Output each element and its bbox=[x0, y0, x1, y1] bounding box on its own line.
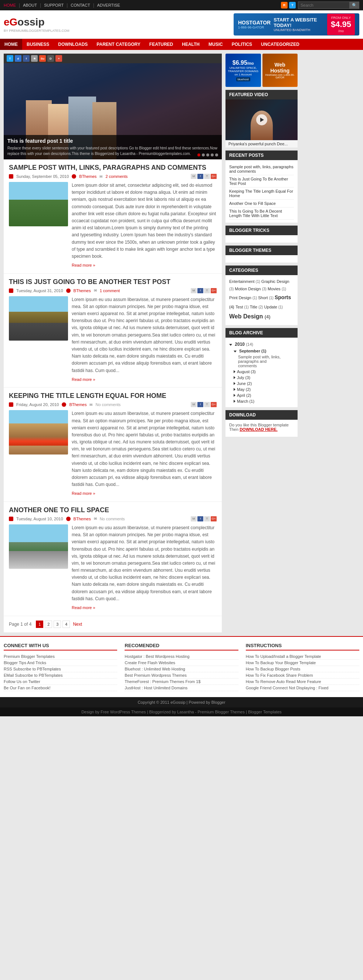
post-4-share-fb[interactable]: f bbox=[197, 516, 203, 522]
page-2[interactable]: 2 bbox=[45, 620, 52, 628]
post-1-read-more[interactable]: Read more » bbox=[72, 262, 217, 269]
topnav-home[interactable]: HOME bbox=[4, 3, 16, 7]
recent-post-link-1[interactable]: This is Just Going To Be Another Test Po… bbox=[229, 177, 288, 186]
footer-instr-3[interactable]: How To Backup Blogger Posts bbox=[246, 666, 359, 672]
footer-rec-6[interactable]: JustHost : Host Unlimited Domains bbox=[125, 685, 238, 691]
post-2-author[interactable]: BThemes bbox=[74, 288, 91, 293]
nav-downloads[interactable]: DOWNLOADS bbox=[54, 39, 92, 50]
rss-icon[interactable]: R bbox=[281, 2, 288, 8]
search-button[interactable]: 🔍 bbox=[350, 2, 359, 9]
post-2-comments[interactable]: 1 comment bbox=[100, 288, 120, 293]
slider-dot-4[interactable] bbox=[211, 153, 214, 156]
share-googleplus[interactable]: + bbox=[55, 55, 62, 62]
share-twitter[interactable]: T bbox=[7, 55, 13, 62]
post-1-share-tw[interactable]: T bbox=[204, 174, 210, 179]
post-2-share-m[interactable]: M bbox=[191, 288, 197, 293]
footer-rec-1[interactable]: Hostgator : Best Wordpress Hosting bbox=[125, 654, 238, 660]
footer-instr-4[interactable]: How To Fix Facebook Share Problem bbox=[246, 672, 359, 679]
nav-politics[interactable]: POLITICS bbox=[227, 39, 257, 50]
slider-dot-2[interactable] bbox=[202, 153, 205, 156]
post-3-share-gp[interactable]: G+ bbox=[211, 402, 217, 407]
post-1-share-email[interactable]: M bbox=[191, 174, 197, 179]
slider-dot-5[interactable] bbox=[215, 153, 218, 156]
page-1[interactable]: 1 bbox=[36, 620, 43, 628]
post-1-share-gp[interactable]: G+ bbox=[211, 174, 217, 179]
nav-home[interactable]: HOME bbox=[0, 39, 22, 50]
twitter-icon[interactable]: T bbox=[289, 2, 296, 8]
post-1-comments[interactable]: 2 comments bbox=[105, 174, 128, 179]
topnav-about[interactable]: ABOUT bbox=[23, 3, 37, 7]
nav-featured[interactable]: FEATURED bbox=[145, 39, 178, 50]
archive-june[interactable]: June (2) bbox=[229, 380, 294, 387]
footer-rec-3[interactable]: Bluehost : Unlimited Web Hosting bbox=[125, 666, 238, 672]
topnav-contact[interactable]: CONTACT bbox=[71, 3, 90, 7]
footer-connect-5[interactable]: Follow Us on Twitter bbox=[4, 679, 117, 685]
share-digg[interactable]: D bbox=[47, 55, 54, 62]
share-facebook[interactable]: f bbox=[23, 55, 30, 62]
pagination-next[interactable]: Next bbox=[73, 622, 82, 627]
recent-post-link-3[interactable]: Another One to Fill Space bbox=[229, 201, 276, 205]
footer-rec-5[interactable]: ThemeForest : Premium Themes From 1$ bbox=[125, 679, 238, 685]
post-3-read-more[interactable]: Read more » bbox=[72, 490, 217, 497]
nav-business[interactable]: BUSINESS bbox=[22, 39, 54, 50]
archive-year[interactable]: 2010 (14) bbox=[229, 340, 294, 348]
post-1-share-fb[interactable]: f bbox=[197, 174, 203, 179]
footer-instr-2[interactable]: How To Backup Your Blogger Template bbox=[246, 660, 359, 666]
post-3-share-fb[interactable]: f bbox=[197, 402, 203, 407]
post-4-share-tw[interactable]: T bbox=[204, 516, 210, 522]
footer-instr-6[interactable]: Google Friend Connect Not Displaying : F… bbox=[246, 685, 359, 691]
archive-may[interactable]: May (2) bbox=[229, 387, 294, 392]
nav-uncategorized[interactable]: UNCATEGORIZED bbox=[257, 39, 304, 50]
search-input[interactable] bbox=[298, 2, 350, 9]
archive-march[interactable]: March (1) bbox=[229, 398, 294, 404]
share-star[interactable]: ★ bbox=[31, 55, 38, 62]
footer-connect-6[interactable]: Be Our Fan on Facebook! bbox=[4, 685, 117, 691]
footer-rec-2[interactable]: Create Free Flash Websites bbox=[125, 660, 238, 666]
page-3[interactable]: 3 bbox=[54, 620, 61, 628]
post-4-share-m[interactable]: M bbox=[191, 516, 197, 522]
nav-music[interactable]: MUSIC bbox=[204, 39, 227, 50]
share-delicious[interactable]: d bbox=[15, 55, 21, 62]
topnav-support[interactable]: SUPPORT bbox=[44, 3, 63, 7]
post-2-read-more[interactable]: Read more » bbox=[72, 377, 217, 383]
sidebar-ad-bluehost[interactable]: $6.95/mo UNLIMITED SPACE, TRANSFER DOMAI… bbox=[225, 54, 261, 87]
footer-connect-3[interactable]: RSS Subscribe to PBTemplates bbox=[4, 666, 117, 672]
post-3-share-m[interactable]: M bbox=[191, 402, 197, 407]
archive-september[interactable]: September (1) bbox=[229, 348, 294, 354]
footer-rec-4[interactable]: Best Premium Wordpress Themes bbox=[125, 672, 238, 679]
video-play-button[interactable] bbox=[256, 114, 267, 126]
post-3-author[interactable]: BThemes bbox=[69, 402, 87, 407]
nav-health[interactable]: HEALTH bbox=[178, 39, 204, 50]
nav-parent-category[interactable]: PARENT CATEGORY bbox=[92, 39, 144, 50]
page-4[interactable]: 4 bbox=[62, 620, 70, 628]
footer-connect-4[interactable]: EMail Subscribe to PBTemplates bbox=[4, 672, 117, 679]
post-2-share-tw[interactable]: T bbox=[204, 288, 210, 293]
post-4-author[interactable]: BThemes bbox=[74, 517, 91, 521]
footer-connect-2[interactable]: Blogger Tips And Tricks bbox=[4, 660, 117, 666]
banner-ad[interactable]: HOSTGATOR 1-866-96-GATOR START A WEBSITE… bbox=[234, 13, 359, 35]
archive-april[interactable]: April (2) bbox=[229, 392, 294, 398]
archive-july[interactable]: July (3) bbox=[229, 375, 294, 380]
slider-dot-3[interactable] bbox=[206, 153, 209, 156]
recent-post-link-2[interactable]: Keeping The Title Length Equal For Home bbox=[229, 189, 293, 198]
post-4-comments[interactable]: No comments bbox=[100, 517, 125, 521]
download-link[interactable]: DOWNLOAD HERE. bbox=[239, 427, 277, 431]
archive-sep-post-link[interactable]: Sample post with, links, paragraphs and … bbox=[238, 355, 281, 368]
topnav-advertise[interactable]: ADVERTISE bbox=[97, 3, 120, 7]
share-stumble[interactable]: Su bbox=[39, 55, 46, 62]
archive-august[interactable]: August (3) bbox=[229, 369, 294, 375]
sidebar-ad-hostgator[interactable]: Web Hosting HostGator.com 1-866-96-GATOR bbox=[262, 54, 298, 87]
post-2-share-fb[interactable]: f bbox=[197, 288, 203, 293]
footer-connect-1[interactable]: Premium Blogger Templates bbox=[4, 654, 117, 660]
post-3-share-tw[interactable]: T bbox=[204, 402, 210, 407]
footer-instr-1[interactable]: How To Upload/Install a Blogger Template bbox=[246, 654, 359, 660]
slider-dot-1[interactable] bbox=[197, 153, 200, 156]
post-1-author[interactable]: BThemes bbox=[79, 174, 97, 179]
post-3-comments[interactable]: No comments bbox=[95, 402, 120, 407]
featured-slider[interactable]: This is featured post 1 title Replace th… bbox=[4, 63, 222, 159]
post-4-read-more[interactable]: Read more » bbox=[72, 605, 217, 611]
post-2-share-gp[interactable]: G+ bbox=[211, 288, 217, 293]
video-thumbnail[interactable] bbox=[225, 99, 298, 140]
recent-post-link-4[interactable]: This Is Going To Be A Decent Length Titl… bbox=[229, 209, 282, 218]
post-4-share-gp[interactable]: G+ bbox=[211, 516, 217, 522]
